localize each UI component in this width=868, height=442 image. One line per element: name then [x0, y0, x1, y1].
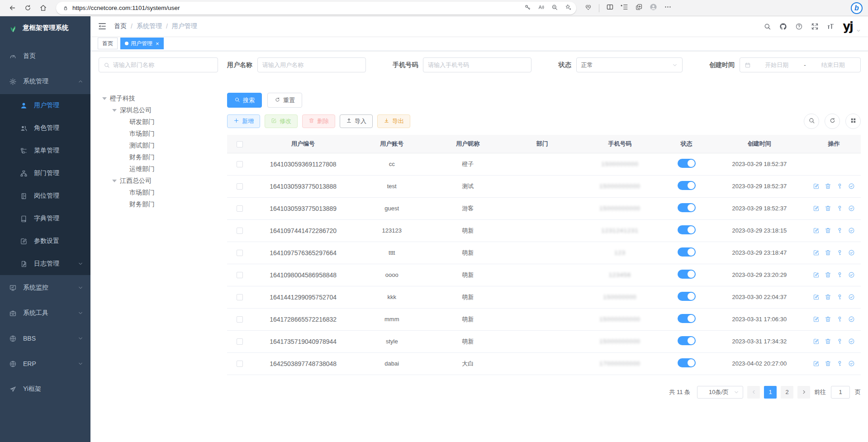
sidebar-item-12[interactable]: BBS — [0, 326, 90, 351]
end-date-placeholder[interactable]: 结束日期 — [811, 61, 856, 69]
status-toggle[interactable] — [678, 203, 696, 212]
sidebar-item-3[interactable]: 角色管理 — [0, 117, 90, 139]
sidebar-item-6[interactable]: 岗位管理 — [0, 185, 90, 207]
user-name-field[interactable] — [257, 57, 366, 72]
trash-icon[interactable] — [825, 249, 831, 256]
dept-search-box[interactable] — [99, 57, 218, 72]
tree-node-8[interactable]: 市场部门 — [99, 187, 218, 199]
profile-icon[interactable] — [650, 3, 657, 13]
next-page-button[interactable] — [797, 386, 810, 399]
row-checkbox[interactable] — [227, 330, 252, 352]
check-circle-icon[interactable] — [848, 249, 855, 256]
edit-icon[interactable] — [813, 249, 820, 256]
trash-icon[interactable] — [825, 360, 831, 367]
key-icon[interactable] — [524, 4, 531, 13]
status-toggle[interactable] — [678, 270, 696, 279]
github-icon[interactable] — [779, 23, 787, 30]
goto-page-input[interactable] — [831, 386, 850, 399]
page-button-2[interactable]: 2 — [781, 386, 793, 399]
edit-icon[interactable] — [813, 183, 820, 190]
url-bar[interactable]: https://ccnetcore.com:1101/system/user — [56, 2, 576, 14]
dept-search-input[interactable] — [113, 62, 213, 68]
reset-password-icon[interactable] — [836, 227, 843, 234]
edit-icon[interactable] — [813, 227, 820, 234]
select-all-checkbox[interactable] — [227, 135, 252, 153]
row-checkbox[interactable] — [227, 219, 252, 242]
start-date-placeholder[interactable]: 开始日期 — [754, 61, 799, 69]
trash-icon[interactable] — [825, 294, 831, 300]
tree-node-9[interactable]: 财务部门 — [99, 199, 218, 210]
check-circle-icon[interactable] — [848, 205, 855, 212]
tag-用户管理[interactable]: 用户管理× — [120, 38, 164, 49]
import-button[interactable]: 导入 — [340, 114, 373, 128]
fullscreen-icon[interactable] — [811, 23, 819, 30]
check-circle-icon[interactable] — [848, 183, 855, 190]
edit-icon[interactable] — [813, 205, 820, 212]
refresh-circle-button[interactable] — [825, 114, 840, 129]
breadcrumb-item[interactable]: 系统管理 — [137, 22, 162, 30]
tree-node-7[interactable]: 江西总公司 — [99, 175, 218, 187]
tree-node-3[interactable]: 市场部门 — [99, 128, 218, 140]
check-circle-icon[interactable] — [848, 271, 855, 278]
search-button[interactable]: 搜索 — [227, 93, 262, 108]
reset-password-icon[interactable] — [836, 360, 843, 367]
sidebar-item-13[interactable]: ERP — [0, 351, 90, 376]
delete-button[interactable]: 删除 — [302, 114, 335, 128]
sidebar-item-2[interactable]: 用户管理 — [0, 94, 90, 117]
favorite-add-icon[interactable] — [564, 4, 572, 13]
check-circle-icon[interactable] — [848, 227, 855, 234]
edit-icon[interactable] — [813, 338, 820, 345]
copilot-icon[interactable]: b — [851, 2, 863, 14]
tree-node-5[interactable]: 财务部门 — [99, 152, 218, 163]
trash-icon[interactable] — [825, 183, 831, 190]
back-icon[interactable] — [5, 2, 19, 14]
question-icon[interactable] — [795, 23, 803, 30]
row-checkbox[interactable] — [227, 308, 252, 330]
essentials-icon[interactable] — [584, 3, 592, 13]
trash-icon[interactable] — [825, 271, 831, 278]
search-circle-button[interactable] — [804, 114, 819, 129]
row-checkbox[interactable] — [227, 242, 252, 264]
status-select[interactable]: 正常 — [576, 57, 683, 72]
trash-icon[interactable] — [825, 338, 831, 345]
reset-password-icon[interactable] — [836, 183, 843, 190]
url-text[interactable]: https://ccnetcore.com:1101/system/user — [72, 5, 524, 11]
status-toggle[interactable] — [678, 314, 696, 323]
tree-node-0[interactable]: 橙子科技 — [99, 93, 218, 105]
breadcrumb-item[interactable]: 首页 — [114, 22, 127, 30]
tree-node-4[interactable]: 测试部门 — [99, 140, 218, 152]
trash-icon[interactable] — [825, 227, 831, 234]
read-aloud-icon[interactable] — [537, 4, 545, 13]
prev-page-button[interactable] — [747, 386, 760, 399]
breadcrumb-item[interactable]: 用户管理 — [172, 22, 197, 30]
page-button-1[interactable]: 1 — [764, 386, 777, 399]
reset-password-icon[interactable] — [836, 205, 843, 212]
zoom-out-icon[interactable] — [551, 4, 558, 13]
row-checkbox[interactable] — [227, 286, 252, 308]
tree-node-1[interactable]: 深圳总公司 — [99, 105, 218, 116]
row-checkbox[interactable] — [227, 175, 252, 197]
reset-password-icon[interactable] — [836, 271, 843, 278]
edit-icon[interactable] — [813, 294, 820, 300]
close-icon[interactable]: × — [156, 40, 159, 47]
refresh-icon[interactable] — [21, 2, 34, 14]
status-toggle[interactable] — [678, 247, 696, 257]
trash-icon[interactable] — [825, 316, 831, 323]
export-button[interactable]: 导出 — [377, 114, 410, 128]
sidebar-item-9[interactable]: 日志管理 — [0, 252, 90, 275]
edit-icon[interactable] — [813, 316, 820, 323]
sidebar-item-10[interactable]: 系统监控 — [0, 275, 90, 300]
chevron-down-icon[interactable] — [856, 27, 861, 31]
reset-password-icon[interactable] — [836, 316, 843, 323]
sidebar-item-7[interactable]: 字典管理 — [0, 207, 90, 230]
sidebar-item-5[interactable]: 部门管理 — [0, 162, 90, 185]
sidebar-item-8[interactable]: 参数设置 — [0, 230, 90, 252]
sidebar-item-4[interactable]: 菜单管理 — [0, 139, 90, 162]
check-circle-icon[interactable] — [848, 338, 855, 345]
user-avatar-logo[interactable]: yj — [843, 20, 853, 32]
font-size-icon[interactable] — [827, 23, 835, 30]
tree-node-2[interactable]: 研发部门 — [99, 116, 218, 128]
reset-password-icon[interactable] — [836, 338, 843, 345]
sidebar-item-14[interactable]: Yi框架 — [0, 376, 90, 402]
reset-button[interactable]: 重置 — [267, 93, 302, 108]
